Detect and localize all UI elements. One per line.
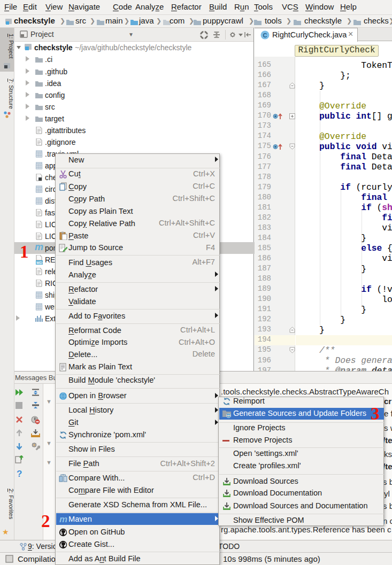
svg-text:C: C	[263, 32, 267, 38]
svg-text:MD: MD	[36, 260, 42, 264]
